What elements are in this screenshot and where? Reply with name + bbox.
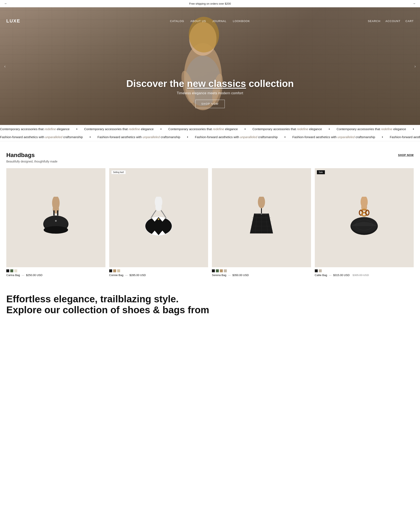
ticker-item-1a: Contemporary accessories that redefine e…	[0, 127, 70, 131]
connie-bag-illustration	[138, 197, 180, 239]
connie-swatches	[109, 269, 208, 272]
nav-about-us[interactable]: ABOUT US	[191, 19, 206, 23]
callie-name: Callie Bag	[315, 274, 327, 277]
svg-rect-17	[57, 210, 58, 216]
hero-section: LUXE CATALOG ABOUT US JOURNAL LOOKBOOK S…	[0, 7, 420, 125]
serena-bag-illustration	[240, 197, 282, 239]
product-card-callie[interactable]: Sale	[315, 168, 414, 277]
ticker-dot-1c: •	[245, 127, 246, 131]
hero-title-prefix: Discover the	[126, 78, 187, 89]
announcement-next[interactable]: →	[412, 2, 416, 5]
swatch-green[interactable]	[10, 269, 13, 272]
announcement-bar: ← Free shipping on orders over $200 →	[0, 0, 420, 7]
ticker-dot-1d: •	[329, 127, 330, 131]
hero-subtitle: Timeless elegance meets modern comfort	[126, 91, 294, 95]
nav-center: CATALOG ABOUT US JOURNAL LOOKBOOK	[170, 19, 250, 23]
svg-point-31	[258, 197, 265, 208]
nav-account[interactable]: ACCOUNT	[385, 19, 401, 23]
hero-title: Discover the new classics collection	[126, 78, 294, 89]
callie-price-original: $385.00 USD	[353, 274, 369, 277]
swatch-cream[interactable]	[14, 269, 17, 272]
swatch-taupe[interactable]	[224, 269, 227, 272]
product-image-serena	[212, 168, 311, 267]
svg-point-20	[55, 220, 57, 222]
hero-title-highlight: new classics	[187, 78, 246, 89]
swatch-black[interactable]	[212, 269, 215, 272]
tagline-line2: Explore our collection of shoes & bags f…	[6, 304, 209, 315]
nav-search[interactable]: SEARCH	[368, 19, 380, 23]
serena-name: Serena Bag	[212, 274, 226, 277]
tagline-text: Effortless elegance, trailblazing style.…	[6, 294, 414, 316]
carina-price: $250.00 USD	[26, 274, 43, 277]
ticker-row-1: Contemporary accessories that redefine e…	[0, 125, 420, 133]
header: LUXE CATALOG ABOUT US JOURNAL LOOKBOOK S…	[0, 15, 420, 27]
product-card-serena[interactable]: Serena Bag — $350.00 USD	[212, 168, 311, 277]
serena-price: $350.00 USD	[232, 274, 249, 277]
ticker-dot-1b: •	[160, 127, 162, 131]
nav-catalog[interactable]: CATALOG	[170, 19, 184, 23]
tagline-line1: Effortless elegance, trailblazing style.	[6, 294, 179, 304]
svg-point-21	[44, 226, 68, 234]
logo[interactable]: LUXE	[6, 18, 20, 24]
ticker-inner-2: Fashion-forward aesthetics with unparall…	[0, 135, 420, 139]
swatch-green[interactable]	[216, 269, 219, 272]
nav-right: SEARCH ACCOUNT CART	[368, 19, 414, 23]
callie-badge: Sale	[317, 170, 325, 174]
ticker-item-1d: Contemporary accessories that redefine e…	[253, 127, 322, 131]
svg-point-42	[261, 213, 262, 215]
connie-badge: Selling fast!	[111, 170, 126, 174]
ticker-inner-1: Contemporary accessories that redefine e…	[0, 127, 420, 131]
serena-info: Serena Bag — $350.00 USD	[212, 274, 311, 277]
callie-info: Callie Bag — $315.00 USD $385.00 USD	[315, 274, 414, 277]
product-image-connie: Selling fast!	[109, 168, 208, 267]
swatch-black[interactable]	[315, 269, 318, 272]
ticker-item-1b: Contemporary accessories that redefine e…	[84, 127, 154, 131]
ticker-item-2d: Fashion-forward aesthetics with unparall…	[292, 135, 375, 139]
product-grid: Carina Bag — $250.00 USD Selling fast!	[6, 168, 414, 277]
hero-title-suffix: collection	[246, 78, 294, 89]
ticker-item-2b: Fashion-forward aesthetics with unparall…	[97, 135, 180, 139]
svg-point-23	[155, 203, 162, 211]
product-image-carina	[6, 168, 105, 267]
connie-info: Connie Bag — $285.00 USD	[109, 274, 208, 277]
svg-point-30	[158, 218, 159, 220]
ticker-row-2: Fashion-forward aesthetics with unparall…	[0, 133, 420, 141]
ticker-wrap: Contemporary accessories that redefine e…	[0, 125, 420, 141]
callie-price: $315.00 USD	[333, 274, 350, 277]
nav-lookbook[interactable]: LOOKBOOK	[233, 19, 250, 23]
handbags-section: Handbags SHOP NOW Beautifully designed, …	[0, 141, 420, 283]
hero-prev-arrow[interactable]: ‹	[4, 64, 6, 69]
callie-bag-illustration	[343, 197, 385, 239]
carina-info: Carina Bag — $250.00 USD	[6, 274, 105, 277]
ticker-dot-1a: •	[76, 127, 78, 131]
hero-cta-button[interactable]: SHOP NOW	[195, 100, 225, 108]
connie-name: Connie Bag	[109, 274, 123, 277]
svg-rect-16	[53, 210, 55, 216]
swatch-taupe[interactable]	[319, 269, 322, 272]
product-image-callie: Sale	[315, 168, 414, 267]
handbags-subtitle: Beautifully designed, thoughtfully made	[6, 160, 414, 163]
swatch-black[interactable]	[6, 269, 9, 272]
handbags-shop-now[interactable]: SHOP NOW	[398, 154, 414, 157]
tagline-section: Effortless elegance, trailblazing style.…	[0, 283, 420, 320]
hero-content: Discover the new classics collection Tim…	[126, 78, 294, 108]
product-card-connie[interactable]: Selling fast!	[109, 168, 208, 277]
swatch-tan[interactable]	[220, 269, 223, 272]
swatch-beige[interactable]	[117, 269, 120, 272]
announcement-prev[interactable]: ←	[4, 2, 8, 5]
nav-journal[interactable]: JOURNAL	[212, 19, 227, 23]
ticker-item-2c: Fashion-forward aesthetics with unparall…	[195, 135, 278, 139]
swatch-black[interactable]	[109, 269, 112, 272]
connie-price: $285.00 USD	[129, 274, 146, 277]
svg-point-48	[366, 210, 369, 215]
carina-name: Carina Bag	[6, 274, 20, 277]
callie-swatches	[315, 269, 414, 272]
handbags-title: Handbags	[6, 152, 35, 158]
nav-cart[interactable]: CART	[405, 19, 414, 23]
product-card-carina[interactable]: Carina Bag — $250.00 USD	[6, 168, 105, 277]
hero-next-arrow[interactable]: ›	[414, 64, 416, 69]
ticker-item-2a: Fashion-forward aesthetics with unparall…	[0, 135, 83, 139]
swatch-tan[interactable]	[113, 269, 116, 272]
ticker-item-1e: Contemporary accessories that redefine e…	[337, 127, 406, 131]
carina-bag-illustration	[35, 197, 77, 239]
